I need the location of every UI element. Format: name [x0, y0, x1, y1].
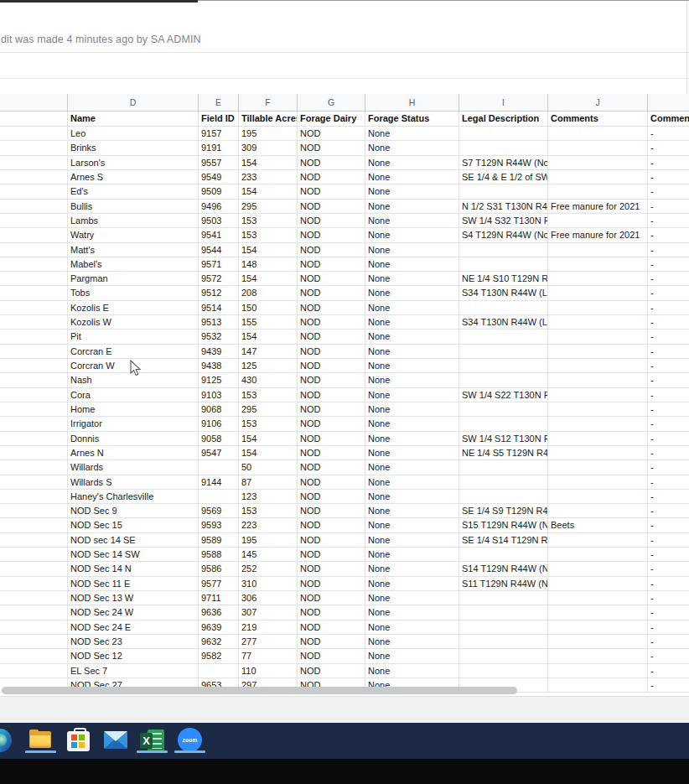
cell[interactable]	[548, 490, 648, 504]
cell[interactable]: 9532	[199, 330, 239, 344]
cell[interactable]: Kozolis E	[68, 301, 199, 315]
cell[interactable]: -	[648, 432, 689, 446]
cell[interactable]: 9636	[199, 605, 239, 620]
cell[interactable]: S34 T130N R44W (La	[459, 315, 548, 330]
cell[interactable]: NOD	[298, 200, 365, 214]
cell[interactable]: None	[365, 533, 459, 548]
cell[interactable]	[199, 490, 239, 504]
cell[interactable]: 123	[239, 490, 298, 504]
cell[interactable]: S15 T129N R44W (N	[459, 518, 548, 532]
cell[interactable]: None	[365, 257, 459, 272]
cell[interactable]	[459, 359, 548, 373]
cell[interactable]: 195	[239, 127, 298, 141]
cell[interactable]: 9557	[199, 156, 239, 170]
cell[interactable]	[0, 518, 68, 532]
cell[interactable]: Larson's	[68, 156, 199, 170]
cell[interactable]: 9549	[199, 170, 239, 184]
cell[interactable]: 9544	[199, 243, 239, 257]
cell[interactable]	[548, 635, 648, 649]
header-cell[interactable]: Comments	[548, 112, 648, 127]
cell[interactable]	[0, 257, 68, 272]
cell[interactable]: None	[365, 214, 459, 228]
cell[interactable]: Home	[68, 402, 199, 417]
cell[interactable]: NOD sec 14 SE	[68, 533, 199, 548]
microsoft-store-icon[interactable]	[67, 728, 90, 752]
cell[interactable]	[548, 432, 648, 446]
cell[interactable]	[0, 345, 68, 359]
cell[interactable]: -	[648, 649, 689, 663]
column-letter-cell[interactable]: J	[548, 94, 648, 112]
cell[interactable]: NOD	[298, 417, 365, 431]
cell[interactable]: Tobs	[68, 286, 199, 300]
cell[interactable]: -	[648, 664, 689, 678]
cell[interactable]	[0, 228, 68, 242]
cell[interactable]: NOD	[298, 301, 365, 315]
cell[interactable]: 153	[239, 388, 298, 402]
cell[interactable]: None	[365, 184, 459, 199]
cell[interactable]	[459, 620, 548, 635]
cell[interactable]	[548, 591, 648, 605]
cell[interactable]	[459, 548, 548, 562]
cell[interactable]: -	[648, 417, 689, 431]
cell[interactable]	[548, 373, 648, 387]
cell[interactable]: 9582	[199, 649, 239, 663]
cell[interactable]: NOD Sec 13 W	[68, 591, 199, 605]
cell[interactable]	[548, 678, 648, 693]
cell[interactable]: 155	[239, 315, 298, 330]
cell[interactable]: None	[365, 620, 459, 635]
cell[interactable]: Watry	[68, 228, 199, 242]
cell[interactable]	[459, 330, 548, 344]
cell[interactable]: 9632	[199, 635, 239, 649]
cell[interactable]: 233	[239, 170, 298, 184]
cell[interactable]: 309	[239, 141, 298, 155]
cell[interactable]: None	[365, 591, 459, 605]
cell[interactable]: -	[648, 127, 689, 141]
cell[interactable]: NOD	[298, 257, 365, 272]
cell[interactable]: 9588	[199, 548, 239, 562]
cell[interactable]: Lambs	[68, 214, 199, 228]
column-letter-cell[interactable]: D	[68, 94, 199, 112]
cell[interactable]: -	[648, 359, 689, 373]
cell[interactable]: Matt's	[68, 243, 199, 257]
cell[interactable]	[0, 286, 68, 300]
cell[interactable]: S4 T129N R44W (No	[459, 228, 548, 242]
cell[interactable]: None	[365, 373, 459, 387]
cell[interactable]	[548, 330, 648, 344]
cell[interactable]	[548, 504, 648, 518]
cell[interactable]	[459, 345, 548, 359]
cell[interactable]	[548, 620, 648, 635]
cell[interactable]	[548, 156, 648, 170]
cell[interactable]: 9589	[199, 533, 239, 548]
cell[interactable]: 148	[239, 257, 298, 272]
cell[interactable]: -	[648, 577, 689, 591]
cell[interactable]: None	[365, 272, 459, 286]
cell[interactable]: Arnes S	[68, 170, 199, 184]
cell[interactable]	[0, 359, 68, 373]
cell[interactable]: -	[648, 548, 689, 562]
cell[interactable]: None	[365, 156, 459, 170]
cell[interactable]: NOD	[298, 649, 365, 663]
cell[interactable]: 219	[239, 620, 298, 635]
cell[interactable]: None	[365, 548, 459, 562]
cell[interactable]: NOD	[298, 243, 365, 257]
cell[interactable]: None	[365, 315, 459, 330]
cell[interactable]: 153	[239, 214, 298, 228]
cell[interactable]: Cora	[68, 388, 199, 402]
cell[interactable]	[548, 577, 648, 591]
cell[interactable]: NOD	[298, 562, 365, 576]
cell[interactable]	[459, 243, 548, 257]
column-letter-cell[interactable]: F	[239, 94, 298, 112]
cell[interactable]: -	[648, 345, 689, 359]
cell[interactable]	[459, 664, 548, 678]
cell[interactable]: NOD Sec 9	[68, 504, 199, 518]
cell[interactable]	[0, 417, 68, 431]
cell[interactable]: NOD Sec 15	[68, 518, 199, 532]
cell[interactable]: NOD Sec 11 E	[68, 577, 199, 591]
cell[interactable]: None	[365, 359, 459, 373]
cell[interactable]	[548, 301, 648, 315]
cell[interactable]: 9068	[199, 402, 239, 417]
cell[interactable]: -	[648, 446, 689, 460]
cell[interactable]: NOD	[298, 373, 365, 387]
cell[interactable]: 208	[239, 286, 298, 300]
cell[interactable]: 9503	[199, 214, 239, 228]
